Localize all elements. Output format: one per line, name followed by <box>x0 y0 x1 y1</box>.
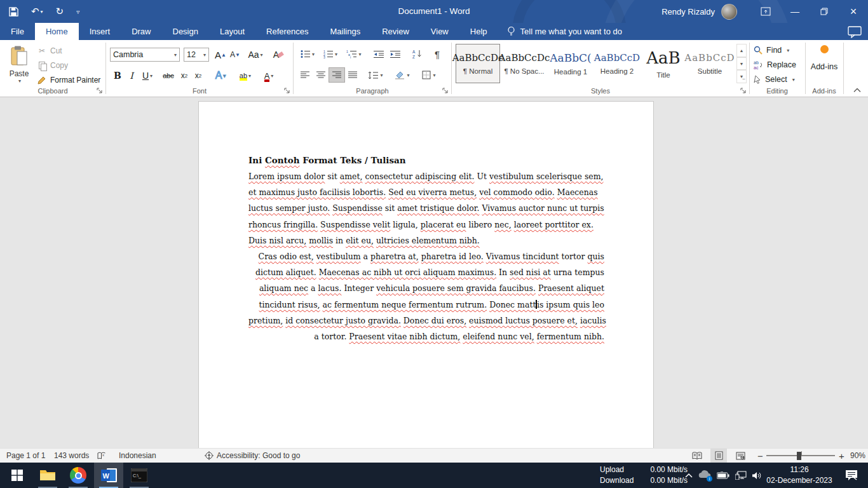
font-size-select[interactable]: 12▾ <box>184 48 209 62</box>
document-page[interactable]: Ini Contoh Format Teks / Tulisan Lorem i… <box>199 102 653 448</box>
font-dialog-launcher-icon[interactable] <box>284 88 290 94</box>
grow-font-button[interactable]: A▲ <box>213 47 228 62</box>
tab-help[interactable]: Help <box>459 23 498 40</box>
styles-scroll-down-icon[interactable]: ▼ <box>736 57 747 71</box>
tab-insert[interactable]: Insert <box>79 23 121 40</box>
language-indicator[interactable]: Indonesian <box>119 449 156 463</box>
text-line[interactable]: Lorem ipsum dolor sit amet, consectetur … <box>248 168 604 184</box>
tab-references[interactable]: References <box>255 23 319 40</box>
tell-me-box[interactable]: Tell me what you want to do <box>498 23 622 40</box>
text-effects-button[interactable]: A▾ <box>210 68 231 83</box>
line-spacing-button[interactable]: ▾ <box>365 68 386 82</box>
text-line[interactable]: Duis nisl arcu, mollis in elit eu, ultri… <box>248 233 604 248</box>
underline-button[interactable]: U▾ <box>138 68 157 83</box>
battery-icon[interactable] <box>717 471 729 479</box>
comments-icon[interactable] <box>846 25 863 38</box>
document-heading[interactable]: Ini Contoh Format Teks / Tulisan <box>248 152 604 168</box>
sort-button[interactable]: AZ <box>409 47 426 61</box>
zoom-level[interactable]: 90% <box>850 449 865 463</box>
paragraph[interactable]: Cras odio est, vestibulum a pharetra at,… <box>248 248 604 344</box>
multilevel-list-button[interactable]: 1ai▾ <box>343 47 365 61</box>
strikethrough-button[interactable]: abc <box>159 68 177 83</box>
web-layout-button[interactable] <box>732 449 749 463</box>
user-avatar[interactable] <box>721 4 737 20</box>
text-line[interactable]: a tortor. Praesent vitae nibh dictum, el… <box>248 329 604 344</box>
tab-file[interactable]: File <box>0 23 35 40</box>
shrink-font-button[interactable]: A▼ <box>228 47 242 62</box>
network-speed-widget[interactable]: Upload Download 0.00 Mbit/s 0.00 Mbit/s <box>600 464 688 486</box>
user-name[interactable]: Rendy Rizaldy <box>661 7 715 17</box>
align-center-button[interactable] <box>313 68 329 82</box>
decrease-indent-button[interactable] <box>371 47 386 61</box>
network-icon[interactable] <box>735 471 747 480</box>
cut-button[interactable]: ✂ Cut <box>37 46 62 56</box>
zoom-out-button[interactable]: − <box>757 449 763 463</box>
word-count[interactable]: 143 words <box>54 449 89 463</box>
tab-draw[interactable]: Draw <box>121 23 161 40</box>
bullets-button[interactable]: ▾ <box>297 47 318 61</box>
style-subtitle[interactable]: AaBbCcD Subtitle <box>688 44 732 83</box>
text-line[interactable]: pretium, id consectetur justo gravida. D… <box>248 313 604 329</box>
text-line[interactable]: dictum aliquet. Maecenas ac nibh ut orci… <box>248 264 604 280</box>
text-line[interactable]: et maximus justo facilisis lobortis. Sed… <box>248 184 604 200</box>
bold-button[interactable]: B <box>111 68 124 83</box>
justify-button[interactable] <box>345 68 360 82</box>
zoom-slider-thumb[interactable] <box>797 452 801 460</box>
font-color-button[interactable]: A▾ <box>259 68 279 83</box>
superscript-button[interactable]: x2 <box>191 68 205 83</box>
styles-gallery-more-icon[interactable]: ▼̲ <box>736 70 747 83</box>
document-area[interactable]: Ini Contoh Format Teks / Tulisan Lorem i… <box>0 97 868 448</box>
replace-button[interactable]: abac Replace <box>754 60 796 69</box>
tab-home[interactable]: Home <box>35 23 79 40</box>
taskbar-terminal[interactable]: C:\_ <box>125 463 154 488</box>
find-button[interactable]: Find▾ <box>754 46 789 55</box>
clipboard-dialog-launcher-icon[interactable] <box>97 88 103 94</box>
close-button[interactable]: × <box>839 0 868 23</box>
collapse-ribbon-icon[interactable] <box>853 86 862 94</box>
taskbar-file-explorer[interactable] <box>33 463 62 488</box>
text-line[interactable]: luctus semper justo. Suspendisse sit ame… <box>248 200 604 216</box>
style-normal[interactable]: AaBbCcDc ¶ Normal <box>456 44 500 83</box>
tab-review[interactable]: Review <box>371 23 420 40</box>
taskbar-word[interactable]: W <box>94 463 123 488</box>
select-button[interactable]: Select▾ <box>754 75 795 84</box>
borders-button[interactable]: ▾ <box>418 68 440 82</box>
paragraph[interactable]: Lorem ipsum dolor sit amet, consectetur … <box>248 168 604 248</box>
paste-button[interactable]: Paste ▾ <box>5 44 33 91</box>
paragraph-dialog-launcher-icon[interactable] <box>442 88 449 94</box>
taskbar-chrome[interactable] <box>64 463 93 488</box>
proofing-status[interactable]: x <box>97 449 107 463</box>
style-title[interactable]: AaB Title <box>641 44 686 83</box>
font-family-select[interactable]: Cambria▾ <box>110 48 180 62</box>
text-highlight-button[interactable]: ab▾ <box>234 68 256 83</box>
style-heading2[interactable]: AaBbCcD Heading 2 <box>595 44 639 83</box>
increase-indent-button[interactable] <box>388 47 403 61</box>
ribbon-display-options-icon[interactable] <box>751 0 780 23</box>
styles-dialog-launcher-icon[interactable] <box>740 88 747 94</box>
styles-scroll-up-icon[interactable]: ▲ <box>736 44 747 57</box>
subscript-button[interactable]: x2 <box>177 68 191 83</box>
tab-layout[interactable]: Layout <box>209 23 255 40</box>
align-left-button[interactable] <box>297 68 313 82</box>
italic-button[interactable]: I <box>126 68 137 83</box>
tray-expand-icon[interactable] <box>685 473 693 478</box>
align-right-button[interactable] <box>329 68 344 82</box>
page-indicator[interactable]: Page 1 of 1 <box>6 449 45 463</box>
onedrive-icon[interactable]: i <box>698 470 711 481</box>
show-paragraph-marks-button[interactable]: ¶ <box>430 47 445 61</box>
tab-design[interactable]: Design <box>162 23 209 40</box>
text-line[interactable]: Cras odio est, vestibulum a pharetra at,… <box>248 248 604 264</box>
text-line[interactable]: rhoncus fringilla. Suspendisse velit lig… <box>248 217 604 233</box>
clear-formatting-button[interactable]: A <box>270 47 287 62</box>
document-text[interactable]: Ini Contoh Format Teks / Tulisan Lorem i… <box>199 102 653 344</box>
style-heading1[interactable]: AaBbC( Heading 1 <box>548 44 593 83</box>
change-case-button[interactable]: Aa▾ <box>246 47 265 62</box>
tab-view[interactable]: View <box>420 23 459 40</box>
read-mode-button[interactable] <box>689 449 705 463</box>
start-button[interactable] <box>3 463 32 488</box>
format-painter-button[interactable]: Format Painter <box>37 75 100 85</box>
addins-button[interactable]: Add-ins <box>806 45 843 71</box>
accessibility-status[interactable]: Accessibility: Good to go <box>205 449 300 463</box>
minimize-button[interactable]: — <box>780 0 810 23</box>
text-line[interactable]: aliquam nec a lacus. Integer vehicula po… <box>248 280 604 296</box>
